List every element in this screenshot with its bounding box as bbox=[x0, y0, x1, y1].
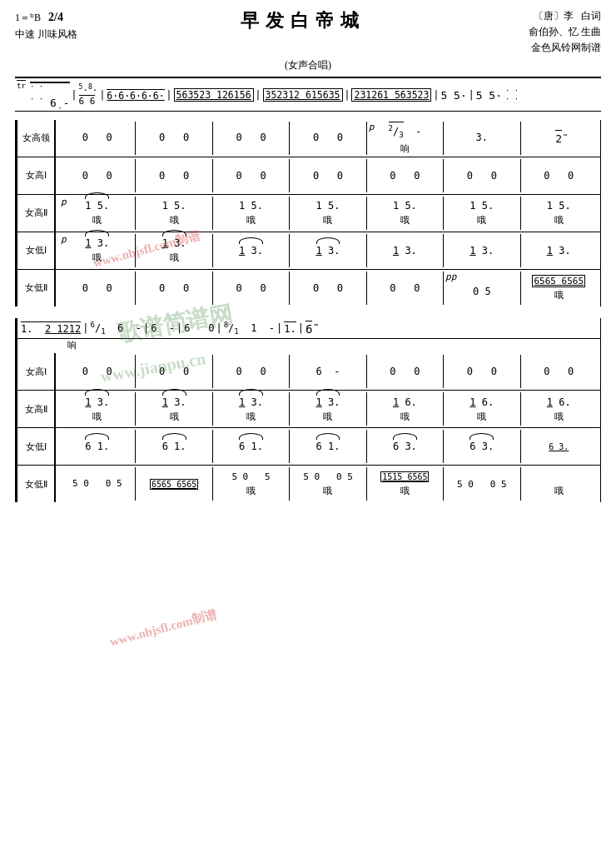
s2-voice-row-soprano2: 女高Ⅱ 1 3. 哦 1 3. bbox=[17, 391, 600, 428]
melody-row: 1. 2 1212 | 6/1 6 - | 6 - | 6 0 | 8/1 1 … bbox=[17, 318, 600, 339]
page-header: 1＝ᵇB 2/4 中速 川味风格 早发白帝城 〔唐〕李 白词 俞伯孙、忆 生曲 … bbox=[15, 8, 601, 57]
intro-staff: tr · ·· · 6̣ - | 5·8· 6 6 | 6·6·6·6·6· |… bbox=[15, 77, 601, 112]
voice-row-mezzo1: 女低Ⅰ p 1 3. 哦 1 bbox=[17, 232, 600, 270]
mezzo2-bars: 0 0 0 0 0 0 0 0 0 0 pp 0 5 6565 6565 哦 bbox=[56, 270, 600, 306]
soprano1-bars: 0 0 0 0 0 0 0 0 0 0 0 0 0 0 bbox=[56, 157, 600, 194]
mezzo1-bars: p 1 3. 哦 1 3. 哦 bbox=[56, 232, 600, 269]
bar: 3. bbox=[444, 122, 520, 155]
time-signature: 2/4 bbox=[48, 11, 63, 23]
bar: p 2/3 - 响 bbox=[367, 122, 444, 155]
s2-voice-row-mezzo2: 女低Ⅱ 5 0 0 5 6565 6565 5 0 5 bbox=[17, 466, 600, 502]
attribution: 〔唐〕李 白词 俞伯孙、忆 生曲 金色风铃网制谱 bbox=[529, 8, 601, 57]
soprano2-bars: p 1 5. 哦 1 5. 哦 bbox=[56, 195, 600, 232]
section1: 女高领 0 0 0 0 0 0 0 0 p 2/3 - 响 bbox=[15, 120, 601, 306]
bar: 2̃ bbox=[521, 122, 597, 155]
section2: 1. 2 1212 | 6/1 6 - | 6 - | 6 0 | 8/1 1 … bbox=[15, 318, 601, 502]
key-tempo: 1＝ᵇB 2/4 中速 川味风格 bbox=[15, 8, 77, 43]
s2-voice-label-mezzo2: 女低Ⅱ bbox=[17, 466, 56, 502]
voice-row-soprano2: 女高Ⅱ p 1 5. 哦 1 5. 哦 bbox=[17, 195, 600, 232]
alto-lead-bars: 0 0 0 0 0 0 0 0 p 2/3 - 响 3. bbox=[56, 120, 600, 157]
dynamic-p: p bbox=[369, 122, 375, 132]
bar: 0 0 bbox=[136, 122, 212, 155]
s2-voice-label-soprano1: 女高Ⅰ bbox=[17, 353, 56, 390]
voice-label-mezzo2: 女低Ⅱ bbox=[17, 270, 56, 306]
notation-credit: 金色风铃网制谱 bbox=[529, 40, 601, 56]
key-signature: 1＝ᵇB 2/4 bbox=[15, 8, 77, 27]
voice-label-mezzo1: 女低Ⅰ bbox=[17, 232, 56, 269]
song-title: 早发白帝城 bbox=[77, 8, 529, 33]
voice-label-alto-lead: 女高领 bbox=[17, 120, 56, 157]
s2-voice-row-mezzo1: 女低Ⅰ 6 1. 6 1. bbox=[17, 428, 600, 466]
s2-voice-label-soprano2: 女高Ⅱ bbox=[17, 391, 56, 427]
voice-row-alto-lead: 女高领 0 0 0 0 0 0 0 0 p 2/3 - 响 bbox=[17, 120, 600, 157]
bar: 0 0 bbox=[290, 122, 366, 155]
voice-label-soprano1: 女高Ⅰ bbox=[17, 157, 56, 194]
voice-row-mezzo2: 女低Ⅱ 0 0 0 0 0 0 0 0 0 0 pp 0 5 6565 6565 bbox=[17, 270, 600, 306]
dynasty-author: 〔唐〕李 白词 bbox=[529, 8, 601, 24]
bar: 0 0 bbox=[59, 122, 136, 155]
tempo-style: 中速 川味风格 bbox=[15, 27, 77, 42]
subtitle: (女声合唱) bbox=[15, 58, 601, 72]
bar: 0 0 bbox=[213, 122, 290, 155]
s2-voice-row-soprano1: 女高Ⅰ 0 0 0 0 0 0 6 - 0 0 0 0 0 0 bbox=[17, 353, 600, 391]
s2-voice-label-mezzo1: 女低Ⅰ bbox=[17, 428, 56, 465]
section2-lyric-top: 响 bbox=[17, 339, 600, 353]
arranger: 俞伯孙、忆 生曲 bbox=[529, 24, 601, 40]
voice-row-soprano1: 女高Ⅰ 0 0 0 0 0 0 0 0 0 0 0 0 0 0 bbox=[17, 157, 600, 195]
voice-label-soprano2: 女高Ⅱ bbox=[17, 195, 56, 232]
